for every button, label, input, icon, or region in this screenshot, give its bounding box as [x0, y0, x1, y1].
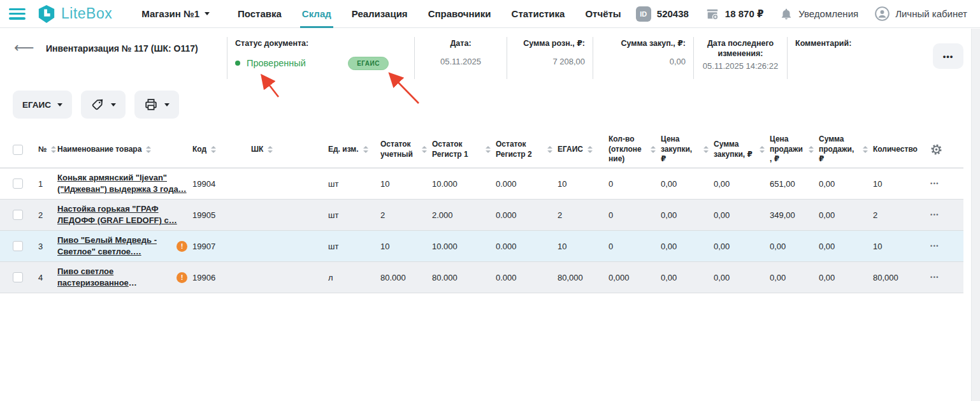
- table-cell-code: 19905: [192, 210, 251, 220]
- sort-arrows-icon[interactable]: [363, 146, 368, 153]
- table-cell-egais: 80,000: [558, 273, 609, 282]
- table-cell-sale_sum: 0,00: [819, 210, 873, 220]
- column-header-stock_reg1[interactable]: Остаток Регистр 1: [432, 140, 496, 159]
- column-header-stock_reg2[interactable]: Остаток Регистр 2: [496, 140, 558, 159]
- sort-arrows-icon[interactable]: [547, 146, 552, 153]
- nav-item-otchety[interactable]: Отчёты: [585, 0, 621, 28]
- column-header-quantity[interactable]: Количество: [873, 145, 930, 155]
- nav-item-statistika[interactable]: Статистика: [512, 0, 565, 28]
- notifications-button[interactable]: Уведомления: [780, 8, 858, 20]
- column-header-label: Код: [192, 145, 206, 155]
- sort-arrows-icon[interactable]: [268, 146, 273, 153]
- sort-down-icon: [760, 150, 765, 153]
- table-cell-stock_reg1: 10.000: [432, 179, 496, 189]
- product-link[interactable]: Пиво "Белый Медведь - Светлое" светлое.…: [57, 235, 173, 257]
- table-settings-button[interactable]: [930, 143, 960, 156]
- column-header-stock_account[interactable]: Остаток учетный: [380, 140, 432, 159]
- column-header-purchase_sum[interactable]: Сумма закупки, ₽: [714, 140, 770, 159]
- sort-up-icon: [486, 146, 491, 149]
- nav-item-postavka[interactable]: Поставка: [238, 0, 282, 28]
- toolbar: ЕГАИС: [13, 91, 980, 119]
- sort-down-icon: [486, 150, 491, 153]
- sort-down-icon: [809, 150, 814, 153]
- table-cell-actions: •••: [930, 178, 960, 189]
- table-cell-egais: 2: [558, 210, 609, 220]
- sort-arrows-icon[interactable]: [760, 146, 765, 153]
- hamburger-menu-icon[interactable]: [9, 8, 25, 20]
- column-header-sale_price[interactable]: Цена продажи, ₽: [770, 135, 819, 164]
- cash-register-icon: [705, 7, 719, 21]
- document-more-actions-button[interactable]: •••: [933, 43, 963, 69]
- sort-arrows-icon[interactable]: [422, 146, 427, 153]
- column-header-label: ЕГАИС: [558, 145, 583, 155]
- product-link[interactable]: Коньяк армянский "Ijevan" ("Иджеван") вы…: [57, 172, 187, 194]
- sort-down-icon: [651, 150, 656, 153]
- product-link[interactable]: Настойка горькая "ГРАФ ЛЕДОФФ (GRAF LEDO…: [57, 203, 187, 226]
- row-checkbox[interactable]: [13, 272, 23, 282]
- column-header-shk[interactable]: ШК: [251, 145, 328, 155]
- table-cell-stock_reg1: 2.000: [432, 210, 496, 220]
- balance-group[interactable]: 18 870 ₽: [705, 7, 763, 21]
- store-selector[interactable]: Магазин №1: [141, 8, 210, 19]
- table-cell-stock_account: 80.000: [380, 273, 432, 282]
- row-actions-button[interactable]: •••: [930, 209, 939, 221]
- profile-button[interactable]: Личный кабинет: [875, 6, 967, 21]
- sort-arrows-icon[interactable]: [51, 146, 56, 153]
- row-checkbox[interactable]: [13, 210, 23, 220]
- row-actions-button[interactable]: •••: [930, 272, 939, 283]
- table-cell-actions: •••: [930, 240, 960, 252]
- status-label: Статус документа:: [235, 39, 407, 49]
- litebox-logo[interactable]: LiteBox: [37, 4, 112, 24]
- column-header-name[interactable]: Наименование товара: [57, 145, 192, 155]
- sort-arrows-icon[interactable]: [651, 146, 656, 153]
- sort-up-icon: [211, 146, 216, 149]
- sort-arrows-icon[interactable]: [146, 146, 151, 153]
- table-cell-code: 19906: [192, 273, 251, 282]
- product-link[interactable]: Пиво светлое пастеризованное "Старый…: [57, 266, 173, 288]
- table-cell-purchase_sum: 0,00: [714, 273, 770, 282]
- vertical-scrollbar[interactable]: [971, 29, 980, 401]
- table-cell-purchase_sum: 0,00: [714, 179, 770, 189]
- chevron-down-icon: [111, 103, 116, 106]
- select-all-checkbox[interactable]: [13, 145, 23, 155]
- column-header-egais[interactable]: ЕГАИС: [558, 145, 609, 155]
- table-cell-purchase_price: 0,00: [661, 242, 714, 251]
- nav-item-spravochniki[interactable]: Справочники: [428, 0, 491, 28]
- column-header-code[interactable]: Код: [192, 145, 251, 155]
- row-checkbox[interactable]: [13, 241, 23, 251]
- back-arrow-button[interactable]: ⟵: [14, 41, 34, 55]
- table-body: 1Коньяк армянский "Ijevan" ("Иджеван") в…: [0, 168, 963, 293]
- table-cell-purchase_price: 0,00: [661, 273, 714, 282]
- sort-arrows-icon[interactable]: [863, 146, 868, 153]
- price-tags-dropdown-button[interactable]: [81, 91, 126, 119]
- column-header-deviation[interactable]: Кол-во (отклонение): [609, 135, 661, 164]
- column-header-unit[interactable]: Ед. изм.: [328, 145, 380, 155]
- warning-icon: !: [177, 272, 187, 283]
- column-header-label: Наименование товара: [57, 145, 141, 155]
- topbar: LiteBox Магазин №1 Поставка Склад Реализ…: [0, 0, 980, 28]
- table-cell-stock_reg2: 0.000: [496, 179, 558, 189]
- nav-item-sklad[interactable]: Склад: [302, 0, 331, 28]
- column-header-label: Количество: [873, 145, 918, 155]
- sort-arrows-icon[interactable]: [211, 146, 216, 153]
- column-header-purchase_price[interactable]: Цена закупки, ₽: [661, 135, 714, 164]
- table-cell-sale_sum: 0,00: [819, 242, 873, 251]
- balance-value: 18 870 ₽: [725, 8, 763, 20]
- print-dropdown-button[interactable]: [134, 91, 179, 119]
- column-header-num[interactable]: №: [37, 145, 57, 155]
- row-actions-button[interactable]: •••: [930, 178, 939, 189]
- row-actions-button[interactable]: •••: [930, 240, 939, 252]
- table-cell-stock_reg2: 0.000: [496, 242, 558, 251]
- egais-dropdown-button[interactable]: ЕГАИС: [13, 91, 72, 119]
- sort-arrows-icon[interactable]: [486, 146, 491, 153]
- table-cell-deviation: 0: [609, 210, 661, 220]
- sort-arrows-icon[interactable]: [703, 146, 709, 153]
- nav-item-realizaciya[interactable]: Реализация: [352, 0, 408, 28]
- last-modified-label: Дата последнего изменения:: [702, 39, 779, 59]
- sort-arrows-icon[interactable]: [809, 146, 814, 153]
- egais-badge: ЕГАИС: [348, 57, 389, 70]
- last-modified-value: 05.11.2025 14:26:22: [702, 61, 779, 71]
- row-checkbox[interactable]: [13, 179, 23, 189]
- sort-arrows-icon[interactable]: [587, 146, 593, 153]
- column-header-sale_sum[interactable]: Сумма продажи, ₽: [819, 135, 873, 164]
